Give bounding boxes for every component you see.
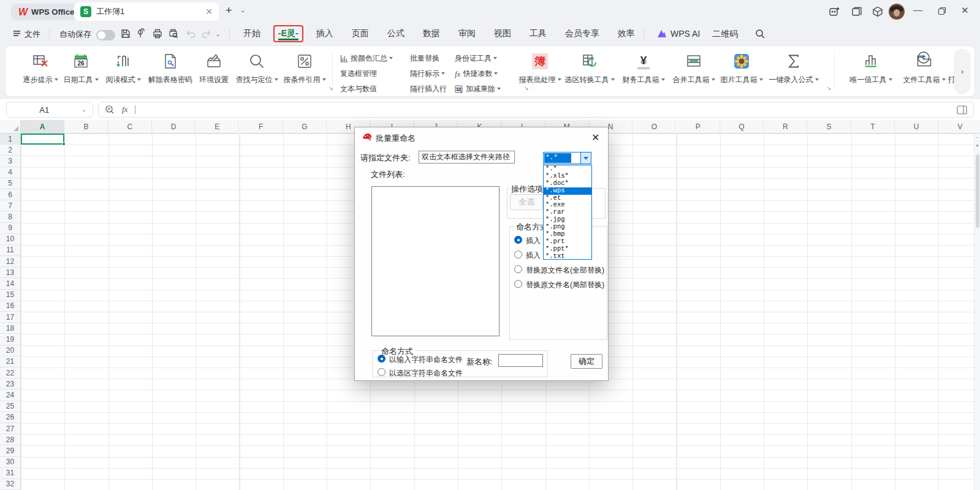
ribbon-tab-7[interactable]: 审阅 [449, 23, 485, 44]
row-header-7[interactable]: 7 [0, 200, 21, 211]
ribbon-merge-toolbox-button[interactable]: 合并工具箱 [667, 50, 720, 85]
ribbon-step-hint-button[interactable]: 逐步提示 [19, 50, 62, 85]
ribbon-tab-3[interactable]: 插入 [307, 23, 343, 44]
row-header-4[interactable]: 4 [0, 167, 21, 178]
mode-radio-label[interactable]: 替换原文件名(局部替换) [526, 280, 604, 290]
cube-icon[interactable] [872, 6, 884, 18]
row-header-23[interactable]: 23 [0, 379, 21, 390]
ribbon-environment-button[interactable]: 环境设置 [194, 50, 234, 85]
naming-radio-selection-string[interactable] [378, 368, 386, 376]
filter-option-ppt[interactable]: *.ppt* [544, 246, 591, 253]
mode-radio-label[interactable]: 替换原文件名(全部替换) [526, 265, 604, 276]
column-header-A[interactable]: A [21, 120, 64, 134]
column-header-C[interactable]: C [108, 120, 152, 134]
row-header-31[interactable]: 31 [0, 468, 21, 479]
row-header-5[interactable]: 5 [0, 178, 21, 189]
cloud-upload-icon[interactable] [916, 50, 931, 65]
minimize-button[interactable]: — [913, 4, 922, 15]
ribbon-quick-sum[interactable]: fx 快捷凑数 [455, 69, 498, 79]
autosave-toggle[interactable] [96, 30, 115, 40]
ribbon-tab-11[interactable]: 效率 [609, 23, 644, 44]
ribbon-text-and-value[interactable]: 文本与数值 [340, 84, 377, 94]
column-header-O[interactable]: O [632, 120, 676, 134]
ok-button[interactable]: 确定 [571, 354, 602, 369]
ribbon-tab-5[interactable]: 公式 [378, 23, 414, 44]
naming-radio-label[interactable]: 以输入字符串命名文件 [389, 355, 463, 365]
row-header-27[interactable]: 27 [0, 423, 21, 434]
group-expand-icon[interactable]: ↘ [524, 85, 529, 91]
quickbar-chevron-icon[interactable]: ⌄ [216, 31, 221, 37]
ribbon-checkbox-manager[interactable]: 复选框管理 [340, 69, 377, 79]
select-all-corner[interactable] [0, 120, 21, 134]
mode-radio-label[interactable]: 插入 [526, 251, 541, 261]
select-all-button[interactable]: 全选 [510, 194, 543, 210]
row-header-6[interactable]: 6 [0, 189, 21, 200]
naming-radio-label[interactable]: 以选区字符串命名文件 [389, 368, 463, 379]
ribbon-scroll-right-button[interactable]: › [954, 49, 970, 94]
workspace-icon[interactable] [851, 6, 863, 18]
avatar[interactable] [889, 4, 905, 20]
ribbon-id-card-tools[interactable]: 身份证工具 [455, 53, 497, 64]
search-icon[interactable] [755, 29, 765, 39]
column-header-Q[interactable]: Q [720, 120, 764, 134]
ribbon-tab-1[interactable]: 开始 [234, 23, 270, 44]
ribbon-unique-value-button[interactable]: 唯一值工具 [844, 50, 898, 85]
zoom-formula-icon[interactable] [105, 105, 115, 115]
restore-button[interactable] [938, 7, 946, 15]
scrollbar-thumb[interactable] [976, 154, 979, 228]
column-header-S[interactable]: S [807, 120, 851, 134]
ribbon-reading-mode-button[interactable]: 阅读模式 [101, 50, 145, 85]
column-header-R[interactable]: R [764, 120, 807, 134]
ribbon-tab-9[interactable]: 工具 [520, 23, 556, 44]
ribbon-report-batch-button[interactable]: 簿 报表批处理 [515, 50, 564, 85]
tab-close-icon[interactable]: ✕ [205, 7, 213, 17]
namebox-chevron-icon[interactable]: ⌄ [82, 107, 86, 113]
row-header-15[interactable]: 15 [0, 290, 21, 301]
ribbon-tab-2[interactable]: -E灵- [273, 25, 303, 42]
row-header-26[interactable]: 26 [0, 412, 21, 423]
row-header-2[interactable]: 2 [0, 145, 21, 156]
qrcode-tab[interactable]: 二维码 [712, 29, 738, 40]
expand-formula-icon[interactable] [957, 105, 967, 115]
fx-icon[interactable]: fx [122, 105, 127, 115]
ribbon-picture-toolbox-button[interactable]: 图片工具箱 [715, 50, 768, 85]
column-header-V[interactable]: V [938, 120, 980, 134]
file-menu[interactable]: 文件 [25, 29, 40, 40]
row-header-28[interactable]: 28 [0, 434, 21, 445]
mode-radio-replace-all[interactable] [514, 265, 522, 273]
row-header-3[interactable]: 3 [0, 156, 21, 167]
row-header-32[interactable]: 32 [0, 479, 21, 490]
formula-input[interactable]: fx [98, 102, 974, 118]
undo-icon[interactable] [185, 28, 196, 39]
filter-dropdown-list[interactable]: *.**.xls**.doc**.wps*.et*.exe*.rar*.jpg*… [543, 165, 592, 260]
ribbon-tab-6[interactable]: 数据 [414, 23, 449, 44]
print-preview-icon[interactable] [168, 28, 179, 39]
vertical-scrollbar[interactable]: ‒ ▲ [974, 134, 980, 490]
row-header-10[interactable]: 10 [0, 234, 21, 245]
mode-radio-label[interactable]: 插入 [526, 236, 541, 246]
hamburger-icon[interactable] [12, 29, 21, 38]
row-header-8[interactable]: 8 [0, 211, 21, 222]
column-header-E[interactable]: E [196, 120, 239, 134]
mode-radio-insert-2[interactable] [514, 251, 522, 258]
file-filter-combobox[interactable]: *.* [543, 152, 591, 164]
ribbon-conditional-ref-button[interactable]: 按条件引用 [280, 50, 329, 85]
fill-handle[interactable] [62, 142, 66, 146]
row-header-21[interactable]: 21 [0, 356, 21, 368]
ribbon-finance-toolbox-button[interactable]: ¥ 财务工具箱 [617, 50, 670, 85]
ribbon-tab-10[interactable]: 会员专享 [556, 23, 609, 44]
row-header-22[interactable]: 22 [0, 368, 21, 379]
row-header-11[interactable]: 11 [0, 245, 21, 256]
row-header-14[interactable]: 14 [0, 278, 21, 289]
export-pdf-icon[interactable] [136, 28, 147, 39]
filter-option-txt[interactable]: *.txt [544, 253, 591, 260]
dialog-close-icon[interactable]: ✕ [591, 132, 599, 143]
column-header-F[interactable]: F [240, 120, 283, 134]
wps-ai-tab[interactable]: WPS AI [670, 29, 700, 39]
mode-radio-insert-1[interactable] [514, 236, 522, 244]
row-header-17[interactable]: 17 [0, 312, 21, 323]
ribbon-selection-convert-button[interactable]: 选区转换工具 [561, 50, 618, 85]
row-header-9[interactable]: 9 [0, 223, 21, 234]
ribbon-tab-4[interactable]: 页面 [343, 23, 378, 44]
document-tab[interactable]: S 工作簿1 ✕ [74, 2, 219, 21]
